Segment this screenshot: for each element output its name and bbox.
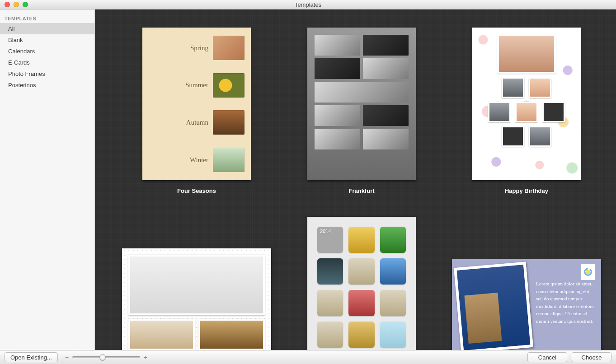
zoom-slider: − + bbox=[65, 354, 147, 361]
template-label: Happy Birthday bbox=[505, 187, 548, 194]
photo-placeholder bbox=[542, 102, 565, 122]
photo-placeholder bbox=[198, 319, 265, 350]
photo-placeholder bbox=[213, 110, 245, 135]
titlebar: Templates bbox=[0, 0, 616, 9]
photo-placeholder bbox=[488, 102, 511, 122]
zoom-out-icon[interactable]: − bbox=[65, 354, 69, 361]
sidebar-item-posterinos[interactable]: Posterinos bbox=[0, 79, 94, 91]
zoom-knob[interactable] bbox=[99, 354, 106, 360]
sidebar: TEMPLATES All Blank Calendars E-Cards Ph… bbox=[0, 9, 95, 350]
template-item[interactable] bbox=[122, 248, 271, 350]
photo-placeholder bbox=[213, 73, 245, 98]
stamp-icon bbox=[581, 264, 595, 280]
season-label: Autumn bbox=[186, 119, 208, 126]
season-label: Winter bbox=[190, 156, 208, 164]
photo-placeholder bbox=[497, 34, 556, 74]
template-thumbnail: 2014 bbox=[307, 217, 416, 350]
photo-grid: 2014 bbox=[317, 227, 406, 348]
template-label: Four Seasons bbox=[177, 187, 216, 194]
template-thumbnail: Lorem ipsum dolor sit amet, consectetur … bbox=[452, 259, 601, 350]
sidebar-header: TEMPLATES bbox=[0, 13, 94, 23]
sidebar-item-photo-frames[interactable]: Photo Frames bbox=[0, 68, 94, 79]
season-row: Summer bbox=[149, 73, 245, 98]
template-thumbnail bbox=[472, 28, 581, 180]
photo-placeholder bbox=[529, 77, 551, 98]
season-label: Spring bbox=[190, 44, 208, 52]
open-existing-button[interactable]: Open Existing... bbox=[5, 352, 58, 362]
template-label: Frankfurt bbox=[348, 187, 374, 194]
season-row: Autumn bbox=[149, 110, 245, 135]
season-label: Summer bbox=[185, 81, 208, 89]
sidebar-item-ecards[interactable]: E-Cards bbox=[0, 57, 94, 68]
bottom-toolbar: Open Existing... − + Cancel Choose bbox=[0, 350, 616, 364]
gallery-scroll[interactable]: Spring Summer Autumn Winter Four Seasons bbox=[95, 9, 616, 350]
photo-placeholder bbox=[502, 77, 524, 98]
cancel-button[interactable]: Cancel bbox=[527, 352, 567, 362]
template-gallery: Spring Summer Autumn Winter Four Seasons bbox=[95, 9, 616, 350]
template-four-seasons[interactable]: Spring Summer Autumn Winter Four Seasons bbox=[142, 28, 251, 194]
photo-placeholder bbox=[529, 126, 551, 147]
template-thumbnail bbox=[307, 28, 416, 180]
sidebar-item-all[interactable]: All bbox=[0, 23, 94, 34]
window-title: Templates bbox=[0, 1, 616, 8]
photo-placeholder bbox=[128, 319, 195, 350]
photo-placeholder bbox=[515, 102, 538, 122]
sidebar-item-calendars[interactable]: Calendars bbox=[0, 46, 94, 57]
season-row: Spring bbox=[149, 36, 245, 60]
year-cell: 2014 bbox=[317, 227, 343, 253]
season-row: Winter bbox=[149, 148, 245, 172]
template-thumbnail bbox=[122, 248, 271, 350]
photo-placeholder bbox=[454, 261, 533, 350]
zoom-track[interactable] bbox=[72, 356, 140, 358]
template-item[interactable]: Lorem ipsum dolor sit amet, consectetur … bbox=[452, 259, 601, 350]
sidebar-item-blank[interactable]: Blank bbox=[0, 34, 94, 46]
photo-placeholder bbox=[213, 148, 245, 172]
photo-placeholder bbox=[128, 255, 265, 315]
photo-placeholder bbox=[213, 36, 245, 60]
zoom-in-icon[interactable]: + bbox=[144, 354, 147, 361]
template-thumbnail: Spring Summer Autumn Winter bbox=[142, 28, 251, 180]
content-area: TEMPLATES All Blank Calendars E-Cards Ph… bbox=[0, 9, 616, 350]
template-happy-birthday[interactable]: Happy Birthday bbox=[472, 28, 581, 194]
photo-grid bbox=[315, 35, 409, 149]
template-item[interactable]: 2014 bbox=[307, 217, 416, 350]
choose-button[interactable]: Choose bbox=[572, 352, 611, 362]
photo-placeholder bbox=[502, 126, 524, 147]
template-frankfurt[interactable]: Frankfurt bbox=[307, 28, 416, 194]
